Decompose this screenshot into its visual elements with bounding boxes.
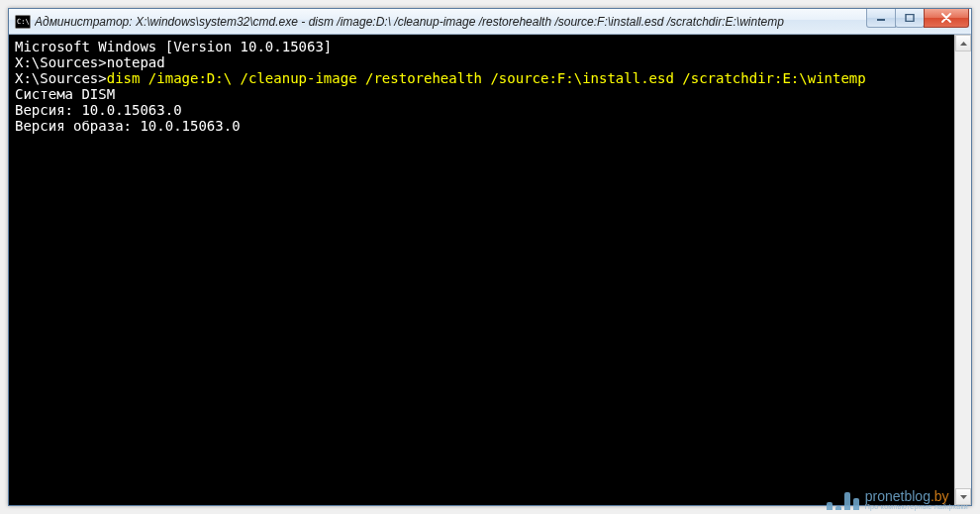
prompt-line: X:\Sources>notepad	[15, 54, 954, 70]
terminal-output[interactable]: Microsoft Windows [Version 10.0.15063]X:…	[9, 35, 954, 505]
svg-text:C:\: C:\	[17, 18, 30, 26]
output-line: Microsoft Windows [Version 10.0.15063]	[15, 39, 954, 54]
svg-rect-2	[877, 19, 885, 21]
scroll-track[interactable]	[955, 51, 971, 488]
output-line: Версия: 10.0.15063.0	[15, 102, 954, 118]
command-text: dism /image:D:\ /cleanup-image /restoreh…	[107, 70, 866, 86]
output-line: Версия образа: 10.0.15063.0	[15, 118, 954, 134]
terminal-area: Microsoft Windows [Version 10.0.15063]X:…	[9, 35, 971, 505]
prompt-line: X:\Sources>dism /image:D:\ /cleanup-imag…	[15, 70, 954, 86]
maximize-button[interactable]	[895, 9, 925, 28]
scroll-down-button[interactable]	[955, 488, 971, 505]
prompt: X:\Sources>	[15, 70, 107, 86]
command-text: notepad	[107, 54, 165, 70]
close-button[interactable]	[924, 9, 969, 28]
svg-rect-3	[906, 15, 914, 22]
window-controls	[867, 9, 971, 34]
titlebar[interactable]: C:\ Администратор: X:\windows\system32\c…	[9, 9, 971, 35]
cmd-icon: C:\	[15, 14, 31, 30]
minimize-button[interactable]	[866, 9, 896, 28]
window-title: Администратор: X:\windows\system32\cmd.e…	[35, 15, 867, 29]
vertical-scrollbar[interactable]	[954, 35, 971, 505]
prompt: X:\Sources>	[15, 54, 107, 70]
output-line: Cистема DISM	[15, 86, 954, 102]
scroll-up-button[interactable]	[955, 35, 971, 51]
cmd-window: C:\ Администратор: X:\windows\system32\c…	[8, 8, 972, 506]
